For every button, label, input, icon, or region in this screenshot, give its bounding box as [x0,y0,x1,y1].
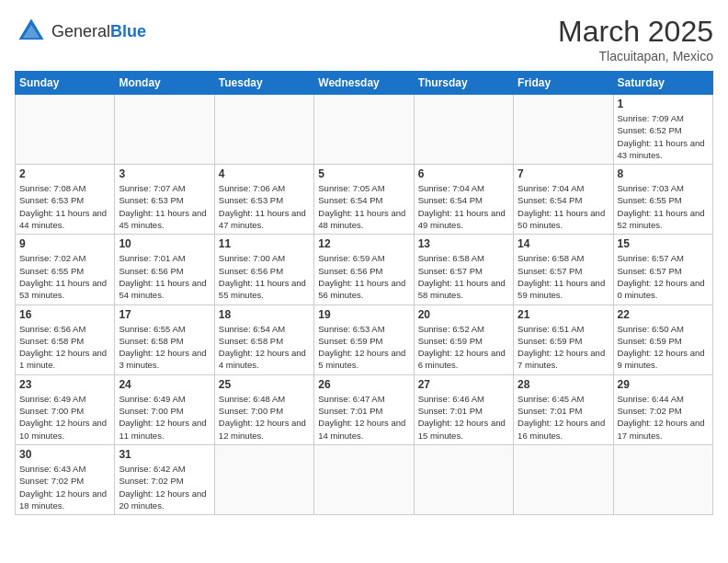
day-info: Sunrise: 7:08 AM Sunset: 6:53 PM Dayligh… [19,182,110,231]
day-number: 17 [119,308,210,321]
day-number: 28 [518,378,609,391]
calendar-cell: 28Sunrise: 6:45 AM Sunset: 7:01 PM Dayli… [514,374,613,444]
day-info: Sunrise: 6:55 AM Sunset: 6:58 PM Dayligh… [119,323,210,372]
day-info: Sunrise: 7:05 AM Sunset: 6:54 PM Dayligh… [318,182,409,231]
day-number: 10 [119,237,210,250]
day-info: Sunrise: 6:45 AM Sunset: 7:01 PM Dayligh… [518,393,609,442]
day-info: Sunrise: 6:56 AM Sunset: 6:58 PM Dayligh… [19,323,110,372]
day-info: Sunrise: 6:59 AM Sunset: 6:56 PM Dayligh… [318,252,409,301]
calendar-cell: 12Sunrise: 6:59 AM Sunset: 6:56 PM Dayli… [314,235,414,304]
calendar-cell: 31Sunrise: 6:42 AM Sunset: 7:02 PM Dayli… [115,444,214,514]
location-subtitle: Tlacuitapan, Mexico [558,49,713,63]
calendar-cell: 7Sunrise: 7:04 AM Sunset: 6:54 PM Daylig… [514,165,613,235]
calendar-cell: 11Sunrise: 7:00 AM Sunset: 6:56 PM Dayli… [214,235,313,304]
day-number: 15 [618,237,709,250]
day-number: 9 [19,237,110,250]
day-number: 14 [518,237,609,250]
day-info: Sunrise: 7:01 AM Sunset: 6:56 PM Dayligh… [119,252,210,301]
calendar-week-row: 23Sunrise: 6:49 AM Sunset: 7:00 PM Dayli… [16,374,713,444]
calendar-cell: 26Sunrise: 6:47 AM Sunset: 7:01 PM Dayli… [314,374,414,444]
day-number: 11 [219,237,310,250]
month-title: March 2025 [558,15,713,49]
day-number: 6 [418,167,509,180]
day-info: Sunrise: 6:50 AM Sunset: 6:59 PM Dayligh… [618,323,709,372]
calendar-cell [314,444,414,514]
day-info: Sunrise: 6:48 AM Sunset: 7:00 PM Dayligh… [219,393,310,442]
calendar-cell: 24Sunrise: 6:49 AM Sunset: 7:00 PM Dayli… [115,374,214,444]
day-info: Sunrise: 7:00 AM Sunset: 6:56 PM Dayligh… [219,252,310,301]
calendar-cell: 25Sunrise: 6:48 AM Sunset: 7:00 PM Dayli… [214,374,313,444]
day-info: Sunrise: 7:04 AM Sunset: 6:54 PM Dayligh… [418,182,509,231]
calendar-cell: 19Sunrise: 6:53 AM Sunset: 6:59 PM Dayli… [314,304,414,374]
calendar-cell: 18Sunrise: 6:54 AM Sunset: 6:58 PM Dayli… [214,304,313,374]
day-number: 26 [318,378,409,391]
day-number: 7 [518,167,609,180]
calendar-cell: 13Sunrise: 6:58 AM Sunset: 6:57 PM Dayli… [414,235,513,304]
title-block: March 2025 Tlacuitapan, Mexico [558,15,713,63]
day-info: Sunrise: 6:43 AM Sunset: 7:02 PM Dayligh… [19,463,110,511]
day-number: 29 [618,378,709,391]
calendar-week-row: 30Sunrise: 6:43 AM Sunset: 7:02 PM Dayli… [16,444,713,514]
logo: GeneralBlue [15,15,146,48]
day-number: 25 [219,378,310,391]
day-info: Sunrise: 6:44 AM Sunset: 7:02 PM Dayligh… [618,393,709,442]
calendar-cell: 23Sunrise: 6:49 AM Sunset: 7:00 PM Dayli… [16,374,115,444]
calendar-cell: 16Sunrise: 6:56 AM Sunset: 6:58 PM Dayli… [16,304,115,374]
day-number: 16 [19,308,110,321]
day-of-week-header: Sunday [16,72,115,95]
calendar-cell: 15Sunrise: 6:57 AM Sunset: 6:57 PM Dayli… [613,235,712,304]
day-info: Sunrise: 7:03 AM Sunset: 6:55 PM Dayligh… [618,182,709,231]
day-info: Sunrise: 6:49 AM Sunset: 7:00 PM Dayligh… [19,393,110,442]
day-of-week-header: Tuesday [214,72,313,95]
day-info: Sunrise: 6:49 AM Sunset: 7:00 PM Dayligh… [119,393,210,442]
calendar-cell: 30Sunrise: 6:43 AM Sunset: 7:02 PM Dayli… [16,444,115,514]
day-number: 4 [219,167,310,180]
calendar-cell [613,444,712,514]
calendar-cell: 6Sunrise: 7:04 AM Sunset: 6:54 PM Daylig… [414,165,513,235]
day-of-week-header: Friday [514,72,613,95]
calendar-cell: 5Sunrise: 7:05 AM Sunset: 6:54 PM Daylig… [314,165,414,235]
day-of-week-header: Wednesday [314,72,414,95]
calendar-cell [514,444,613,514]
day-number: 8 [618,167,709,180]
day-info: Sunrise: 6:46 AM Sunset: 7:01 PM Dayligh… [418,393,509,442]
calendar-cell [16,95,115,165]
calendar-week-row: 1Sunrise: 7:09 AM Sunset: 6:52 PM Daylig… [16,95,713,165]
day-number: 21 [518,308,609,321]
day-of-week-header: Saturday [613,72,712,95]
day-number: 27 [418,378,509,391]
calendar-cell [314,95,414,165]
calendar-cell [414,95,513,165]
day-number: 1 [618,98,709,110]
day-of-week-header: Thursday [414,72,513,95]
calendar-cell [514,95,613,165]
day-info: Sunrise: 7:02 AM Sunset: 6:55 PM Dayligh… [19,252,110,301]
day-info: Sunrise: 6:58 AM Sunset: 6:57 PM Dayligh… [518,252,609,301]
calendar-cell: 21Sunrise: 6:51 AM Sunset: 6:59 PM Dayli… [514,304,613,374]
day-info: Sunrise: 6:47 AM Sunset: 7:01 PM Dayligh… [318,393,409,442]
calendar-cell: 22Sunrise: 6:50 AM Sunset: 6:59 PM Dayli… [613,304,712,374]
logo-icon [15,15,48,48]
day-number: 23 [19,378,110,391]
day-number: 2 [19,167,110,180]
calendar-header-row: SundayMondayTuesdayWednesdayThursdayFrid… [16,72,713,95]
calendar-week-row: 2Sunrise: 7:08 AM Sunset: 6:53 PM Daylig… [16,165,713,235]
day-info: Sunrise: 7:04 AM Sunset: 6:54 PM Dayligh… [518,182,609,231]
day-info: Sunrise: 6:57 AM Sunset: 6:57 PM Dayligh… [618,252,709,301]
calendar-cell: 10Sunrise: 7:01 AM Sunset: 6:56 PM Dayli… [115,235,214,304]
calendar-cell [115,95,214,165]
calendar-week-row: 16Sunrise: 6:56 AM Sunset: 6:58 PM Dayli… [16,304,713,374]
day-number: 22 [618,308,709,321]
calendar-cell: 9Sunrise: 7:02 AM Sunset: 6:55 PM Daylig… [16,235,115,304]
day-info: Sunrise: 6:58 AM Sunset: 6:57 PM Dayligh… [418,252,509,301]
day-info: Sunrise: 6:52 AM Sunset: 6:59 PM Dayligh… [418,323,509,372]
calendar-week-row: 9Sunrise: 7:02 AM Sunset: 6:55 PM Daylig… [16,235,713,304]
day-info: Sunrise: 6:42 AM Sunset: 7:02 PM Dayligh… [119,463,210,511]
calendar-cell: 3Sunrise: 7:07 AM Sunset: 6:53 PM Daylig… [115,165,214,235]
calendar-cell: 29Sunrise: 6:44 AM Sunset: 7:02 PM Dayli… [613,374,712,444]
logo-text: GeneralBlue [51,22,146,41]
calendar-cell: 20Sunrise: 6:52 AM Sunset: 6:59 PM Dayli… [414,304,513,374]
calendar-cell: 2Sunrise: 7:08 AM Sunset: 6:53 PM Daylig… [16,165,115,235]
day-number: 31 [119,448,210,461]
calendar-cell: 17Sunrise: 6:55 AM Sunset: 6:58 PM Dayli… [115,304,214,374]
